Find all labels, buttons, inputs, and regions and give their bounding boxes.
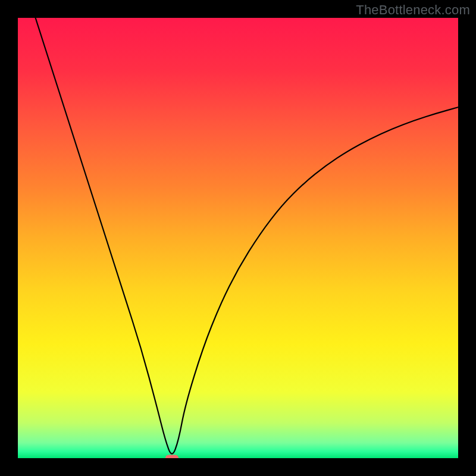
min-marker — [165, 455, 178, 458]
plot-area — [18, 18, 458, 458]
chart-svg — [18, 18, 458, 458]
watermark-text: TheBottleneck.com — [356, 2, 470, 18]
gradient-background — [18, 18, 458, 458]
chart-container: TheBottleneck.com — [0, 0, 476, 476]
